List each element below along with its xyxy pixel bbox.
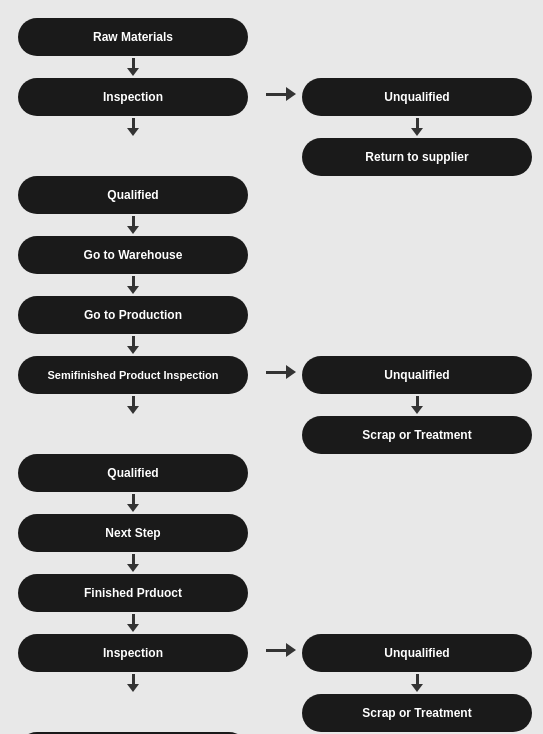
arrow-down-7	[127, 494, 139, 512]
arrow-down-3	[127, 216, 139, 234]
unqualified2-node: Unqualified	[302, 356, 532, 394]
go-to-warehouse-node: Go to Warehouse	[18, 236, 248, 274]
arrow-down-4	[127, 276, 139, 294]
inspection1-node: Inspection	[18, 78, 248, 116]
arrow-down-2	[127, 118, 139, 136]
arrow-down-10	[127, 674, 139, 692]
arrow-down-r1	[411, 118, 423, 136]
qualified1-node: Qualified	[18, 176, 248, 214]
arrow-down-6	[127, 396, 139, 414]
arrow-down-1	[127, 58, 139, 76]
finished-product-node: Finished Prduoct	[18, 574, 248, 612]
scrap-treatment2-node: Scrap or Treatment	[302, 694, 532, 732]
arrow-down-r2	[411, 396, 423, 414]
unqualified1-node: Unqualified	[302, 78, 532, 116]
inspection2-node: Inspection	[18, 634, 248, 672]
semifinished-inspection-node: Semifinished Product Inspection	[18, 356, 248, 394]
arrow-down-5	[127, 336, 139, 354]
arrow-down-8	[127, 554, 139, 572]
return-supplier-node: Return to supplier	[302, 138, 532, 176]
scrap-treatment1-node: Scrap or Treatment	[302, 416, 532, 454]
arrow-down-r3	[411, 674, 423, 692]
go-to-production-node: Go to Production	[18, 296, 248, 334]
qualified2-node: Qualified	[18, 454, 248, 492]
flowchart: Raw Materials Inspection	[0, 10, 543, 734]
arrow-down-9	[127, 614, 139, 632]
raw-materials-node: Raw Materials	[18, 18, 248, 56]
unqualified3-node: Unqualified	[302, 634, 532, 672]
next-step-node: Next Step	[18, 514, 248, 552]
